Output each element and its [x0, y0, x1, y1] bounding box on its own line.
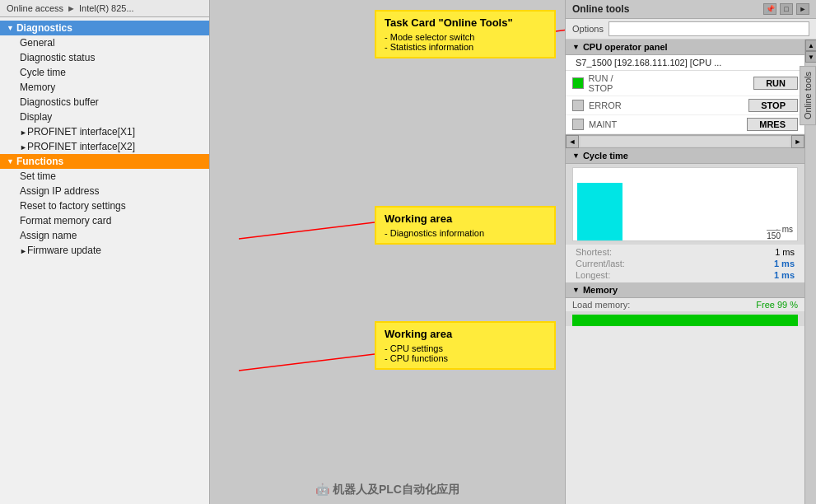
tree-item-profinet-x2[interactable]: ► PROFINET interface[X2] — [0, 139, 209, 154]
cpu-row-error: ERROR STOP — [566, 96, 804, 115]
error-indicator — [572, 100, 584, 111]
annotation-line2-3: - CPU functions — [385, 353, 546, 363]
cpu-panel-device-title: S7_1500 [192.168.111.102] [CPU ... — [566, 55, 804, 71]
tree-item-format-memory[interactable]: Format memory card — [0, 213, 209, 228]
right-panel: Online tools 📌 □ ► Options ▼ CPU operato… — [565, 0, 816, 504]
chevron-cycle: ▼ — [572, 152, 580, 160]
annotation-line1-3: - CPU settings — [385, 343, 546, 353]
stop-button[interactable]: STOP — [748, 99, 798, 112]
current-label: Current/last: — [576, 259, 625, 268]
free-label: Free 99 % — [756, 300, 798, 310]
annotation-box-cpu-settings: Working area - CPU settings - CPU functi… — [375, 321, 556, 370]
tree-item-diagnostics-buffer[interactable]: Diagnostics buffer — [0, 95, 209, 110]
right-panel-header: Online tools 📌 □ ► — [566, 0, 816, 19]
svg-line-1 — [239, 222, 375, 239]
float-icon[interactable]: □ — [780, 3, 793, 15]
run-stop-label: RUN / STOP — [572, 73, 638, 93]
cycle-bar — [577, 183, 622, 240]
cpu-row-run-stop: RUN / STOP RUN — [566, 71, 804, 96]
tree-container: ▼ Diagnostics General Diagnostic status … — [0, 17, 209, 504]
left-panel: Online access ► Intel(R) 825... ▼ Diagno… — [0, 0, 210, 504]
cpu-operator-panel-section: ▼ CPU operator panel S7_1500 [192.168.11… — [566, 40, 804, 135]
cycle-stats: Shortest: 1 ms Current/last: 1 ms Longes… — [566, 245, 804, 282]
breadcrumb-arrow: ► — [67, 3, 76, 13]
right-main: ▼ CPU operator panel S7_1500 [192.168.11… — [566, 40, 804, 504]
options-bar: Options — [566, 19, 816, 40]
cpu-operator-panel-label: CPU operator panel — [583, 42, 668, 52]
memory-header[interactable]: ▼ Memory — [566, 282, 804, 298]
horizontal-scrollbar[interactable]: ◄ ► — [566, 135, 804, 148]
breadcrumb-text: Online access — [7, 3, 63, 13]
tree-item-display[interactable]: Display — [0, 110, 209, 124]
annotation-title-1: Task Card "Online Tools" — [385, 16, 546, 29]
expand-arrow-x1: ► — [20, 128, 27, 137]
tree-item-assign-name[interactable]: Assign name — [0, 228, 209, 243]
cycle-time-label: Cycle time — [583, 151, 628, 161]
breadcrumb-item: Intel(R) 825... — [79, 3, 134, 13]
annotation-title-2: Working area — [385, 212, 546, 225]
right-content: ▼ CPU operator panel S7_1500 [192.168.11… — [566, 40, 816, 504]
run-stop-indicator — [572, 77, 584, 89]
load-memory-row: Load memory: Free 99 % — [566, 298, 804, 311]
chevron-memory: ▼ — [572, 286, 580, 294]
scrollbar-down-arrow[interactable]: ▼ — [805, 51, 816, 63]
shortest-value: 1 ms — [775, 247, 795, 257]
run-button[interactable]: RUN — [753, 77, 798, 90]
scroll-left-arrow[interactable]: ◄ — [566, 135, 579, 148]
tree-item-reset-factory[interactable]: Reset to factory settings — [0, 198, 209, 213]
online-tools-tab-label: Online tools — [803, 72, 813, 119]
longest-label: Longest: — [576, 270, 610, 280]
tree-item-firmware[interactable]: ► Firmware update — [0, 243, 209, 258]
svg-line-2 — [239, 354, 375, 371]
annotation-box-diagnostics: Working area - Diagnostics information — [375, 206, 556, 245]
tree-item-memory[interactable]: Memory — [0, 80, 209, 95]
stat-row-shortest: Shortest: 1 ms — [576, 246, 795, 258]
expand-arrow-diagnostics: ▼ — [7, 24, 14, 32]
memory-bar — [572, 315, 798, 326]
expand-arrow-functions: ▼ — [7, 157, 14, 166]
stat-row-longest: Longest: 1 ms — [576, 269, 795, 281]
memory-label: Memory — [583, 285, 618, 295]
cycle-time-header[interactable]: ▼ Cycle time — [566, 148, 804, 164]
tree-item-profinet-x1[interactable]: ► PROFINET interface[X1] — [0, 124, 209, 139]
annotation-line1-1: - Mode selector switch — [385, 32, 546, 42]
mres-button[interactable]: MRES — [747, 118, 798, 131]
maint-label: MAINT — [572, 119, 638, 130]
cpu-row-maint: MAINT MRES — [566, 115, 804, 134]
pin-icon[interactable]: 📌 — [763, 3, 776, 15]
watermark: 🤖 机器人及PLC自动化应用 — [315, 483, 459, 497]
longest-value: 1 ms — [774, 270, 795, 280]
tree-item-assign-ip[interactable]: Assign IP address — [0, 184, 209, 198]
options-input[interactable] — [609, 21, 809, 36]
tree-item-diagnostic-status[interactable]: Diagnostic status — [0, 50, 209, 65]
expand-arrow-x2: ► — [20, 143, 27, 152]
memory-section: ▼ Memory Load memory: Free 99 % — [566, 282, 804, 326]
header-icons: 📌 □ ► — [763, 3, 809, 15]
maint-indicator — [572, 119, 584, 130]
annotation-box-taskcard: Task Card "Online Tools" - Mode selector… — [375, 10, 556, 58]
current-value: 1 ms — [774, 259, 795, 268]
breadcrumb: Online access ► Intel(R) 825... — [0, 0, 209, 17]
right-panel-title: Online tools — [572, 3, 629, 15]
scrollbar-up-arrow[interactable]: ▲ — [805, 40, 816, 51]
scroll-right-arrow[interactable]: ► — [791, 135, 804, 148]
annotation-title-3: Working area — [385, 328, 546, 340]
chart-value-150: 150 — [767, 230, 781, 240]
cpu-operator-panel-header[interactable]: ▼ CPU operator panel — [566, 40, 804, 55]
annotation-line1-2: - Diagnostics information — [385, 228, 546, 238]
tree-item-cycle-time[interactable]: Cycle time — [0, 65, 209, 80]
options-label: Options — [572, 24, 604, 34]
middle-area: Task Card "Online Tools" - Mode selector… — [210, 0, 565, 504]
shortest-label: Shortest: — [576, 247, 612, 257]
online-tools-tab[interactable]: Online tools — [800, 66, 816, 125]
close-right-icon[interactable]: ► — [796, 3, 809, 15]
functions-header[interactable]: ▼ Functions — [0, 154, 209, 169]
cycle-chart: → ms 150 — [572, 167, 798, 241]
diagnostics-label: Diagnostics — [16, 22, 72, 34]
annotation-line2-1: - Statistics information — [385, 42, 546, 52]
diagnostics-header[interactable]: ▼ Diagnostics — [0, 21, 209, 35]
error-label: ERROR — [572, 100, 638, 111]
chevron-cpu-panel: ▼ — [572, 43, 580, 51]
tree-item-general[interactable]: General — [0, 35, 209, 50]
tree-item-set-time[interactable]: Set time — [0, 169, 209, 184]
